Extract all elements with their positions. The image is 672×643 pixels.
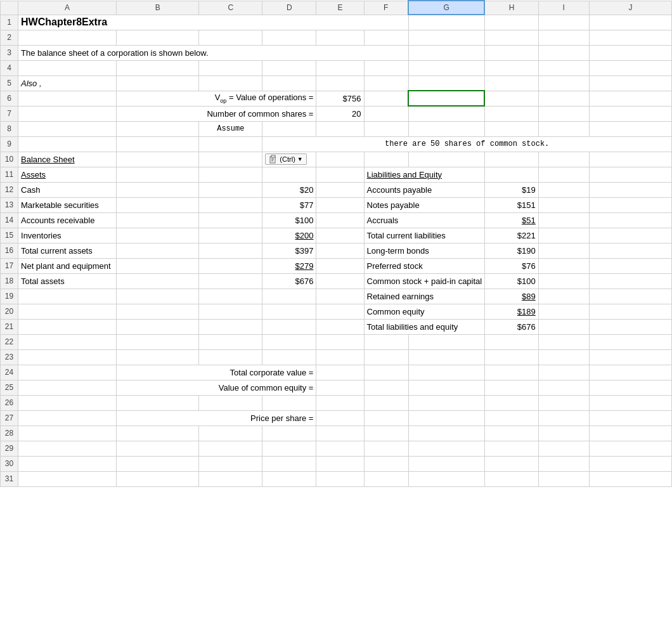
cell-b20[interactable] [117, 304, 199, 319]
cell-c19[interactable] [199, 289, 262, 304]
cell-b10[interactable] [117, 152, 199, 167]
cell-j4[interactable] [589, 60, 671, 75]
cell-a22[interactable] [18, 334, 117, 349]
cell-c10[interactable] [199, 152, 262, 167]
cell-e19[interactable] [316, 289, 364, 304]
cell-e5[interactable] [316, 75, 364, 91]
cell-f2[interactable] [364, 30, 408, 45]
cell-j12[interactable] [589, 182, 671, 197]
cell-c26[interactable] [199, 395, 262, 410]
cell-j24[interactable] [589, 365, 671, 380]
cell-j25[interactable] [589, 380, 671, 395]
cell-g3[interactable] [408, 45, 484, 60]
col-header-j[interactable]: J [589, 1, 671, 15]
cell-a19[interactable] [18, 289, 117, 304]
cell-a16[interactable]: Total current assets [18, 243, 117, 258]
cell-i12[interactable] [538, 182, 589, 197]
cell-h27[interactable] [484, 410, 538, 425]
cell-f21[interactable]: Total liabilities and equity [364, 319, 484, 334]
cell-e15[interactable] [316, 228, 364, 243]
cell-h7[interactable] [484, 106, 538, 121]
cell-h26[interactable] [484, 395, 538, 410]
cell-d10[interactable]: (Ctrl) ▼ [262, 152, 316, 167]
cell-f27[interactable] [364, 410, 408, 425]
cell-e27[interactable] [316, 410, 364, 425]
cell-f20[interactable]: Common equity [364, 304, 484, 319]
cell-j20[interactable] [589, 304, 671, 319]
cell-i27[interactable] [538, 410, 589, 425]
cell-a6[interactable] [18, 91, 117, 106]
cell-h16[interactable]: $190 [484, 243, 538, 258]
cell-c12[interactable] [199, 182, 262, 197]
cell-f15[interactable]: Total current liabilities [364, 228, 484, 243]
cell-c5[interactable] [199, 75, 262, 91]
cell-i10[interactable] [538, 152, 589, 167]
cell-b11[interactable] [117, 167, 199, 182]
cell-b7[interactable]: Number of common shares = [117, 106, 316, 121]
cell-d26[interactable] [262, 395, 316, 410]
cell-c23[interactable] [199, 349, 262, 365]
cell-d11[interactable] [262, 167, 316, 182]
col-header-a[interactable]: A [18, 1, 117, 15]
cell-i25[interactable] [538, 380, 589, 395]
cell-d18[interactable]: $676 [262, 273, 316, 289]
col-header-f[interactable]: F [364, 1, 408, 15]
cell-e16[interactable] [316, 243, 364, 258]
cell-h24[interactable] [484, 365, 538, 380]
cell-b25[interactable]: Value of common equity = [117, 380, 316, 395]
cell-i15[interactable] [538, 228, 589, 243]
cell-f26[interactable] [364, 395, 408, 410]
cell-h10[interactable] [484, 152, 538, 167]
cell-b4[interactable] [117, 60, 199, 75]
cell-e7[interactable]: 20 [316, 106, 364, 121]
cell-b12[interactable] [117, 182, 199, 197]
cell-i7[interactable] [538, 106, 589, 121]
cell-e17[interactable] [316, 258, 364, 273]
cell-c11[interactable] [199, 167, 262, 182]
cell-a9[interactable] [18, 136, 117, 152]
cell-b2[interactable] [117, 30, 199, 45]
cell-f4[interactable] [364, 60, 408, 75]
cell-c16[interactable] [199, 243, 262, 258]
cell-j11[interactable] [589, 167, 671, 182]
cell-a11[interactable]: Assets [18, 167, 117, 182]
cell-b15[interactable] [117, 228, 199, 243]
col-header-d[interactable]: D [262, 1, 316, 15]
cell-e11[interactable] [316, 167, 364, 182]
cell-a21[interactable] [18, 319, 117, 334]
cell-f23[interactable] [364, 349, 408, 365]
cell-j10[interactable] [589, 152, 671, 167]
cell-a8[interactable] [18, 121, 117, 136]
cell-j2[interactable] [589, 30, 671, 45]
cell-f11[interactable]: Liabilities and Equity [364, 167, 484, 182]
cell-h19[interactable]: $89 [484, 289, 538, 304]
cell-h2[interactable] [484, 30, 538, 45]
cell-a14[interactable]: Accounts receivable [18, 212, 117, 228]
cell-d22[interactable] [262, 334, 316, 349]
cell-i16[interactable] [538, 243, 589, 258]
cell-i17[interactable] [538, 258, 589, 273]
cell-j7[interactable] [589, 106, 671, 121]
cell-a24[interactable] [18, 365, 117, 380]
cell-g4[interactable] [408, 60, 484, 75]
cell-j13[interactable] [589, 197, 671, 212]
cell-b13[interactable] [117, 197, 199, 212]
cell-f18[interactable]: Common stock + paid-in capital [364, 273, 484, 289]
cell-d9[interactable]: there are 50 shares of common stock. [262, 136, 672, 152]
cell-d19[interactable] [262, 289, 316, 304]
cell-j15[interactable] [589, 228, 671, 243]
cell-d15[interactable]: $200 [262, 228, 316, 243]
cell-i5[interactable] [538, 75, 589, 91]
cell-e8[interactable] [316, 121, 364, 136]
cell-j26[interactable] [589, 395, 671, 410]
cell-b19[interactable] [117, 289, 199, 304]
cell-j5[interactable] [589, 75, 671, 91]
cell-f8[interactable] [364, 121, 408, 136]
cell-h21[interactable]: $676 [484, 319, 538, 334]
cell-i13[interactable] [538, 197, 589, 212]
col-header-i[interactable]: I [538, 1, 589, 15]
cell-c21[interactable] [199, 319, 262, 334]
cell-h12[interactable]: $19 [484, 182, 538, 197]
cell-d4[interactable] [262, 60, 316, 75]
cell-j14[interactable] [589, 212, 671, 228]
